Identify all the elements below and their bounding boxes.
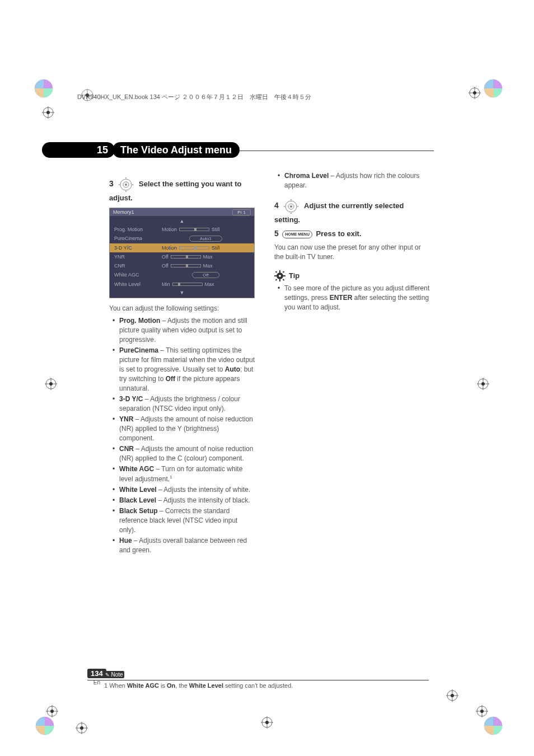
setting-item: Black Setup – Corrects the standard refe… — [119, 506, 256, 535]
registration-mark-icon — [76, 722, 88, 734]
setting-name: Black Setup — [119, 507, 158, 515]
step-4: 4 Adjust the currently selected setting. — [274, 198, 431, 225]
registration-mark-icon — [45, 378, 57, 390]
tip-label: Tip — [289, 271, 299, 280]
note-rule — [87, 680, 429, 680]
svg-point-46 — [125, 184, 127, 186]
osd-row-control: Off — [162, 272, 250, 278]
osd-row-label: White Level — [114, 281, 162, 287]
setting-item: CNR – Adjusts the amount of noise reduct… — [119, 444, 256, 463]
step-number: 5 — [274, 229, 279, 238]
svg-rect-52 — [279, 279, 280, 281]
setting-name: CNR — [119, 445, 134, 453]
osd-row: CNROffMax — [110, 261, 254, 270]
osd-row-label: PureCinema — [114, 236, 162, 242]
osd-row: White AGCOff — [110, 270, 254, 280]
setting-item: White Level – Adjusts the intensity of w… — [119, 485, 256, 495]
section-rule — [240, 151, 434, 151]
svg-rect-56 — [283, 271, 285, 273]
step-number: 3 — [109, 179, 114, 188]
osd-slider-left: Motion — [162, 245, 177, 251]
setting-item: YNR – Adjusts the amount of noise reduct… — [119, 415, 256, 443]
osd-slider-left: Off — [162, 254, 168, 260]
setting-name: 3-D Y/C — [119, 395, 143, 403]
setting-item: 3-D Y/C – Adjusts the brightness / colou… — [119, 395, 256, 414]
setting-name: PureCinema — [119, 346, 158, 354]
osd-row: 3-D Y/CMotionStill — [110, 243, 254, 252]
note-bold-2: On — [167, 682, 175, 689]
note-text-a: 1 When — [104, 682, 127, 689]
svg-rect-55 — [275, 271, 278, 273]
setting-name: Chroma Level — [284, 172, 329, 180]
osd-slider-right: Max — [203, 254, 213, 260]
osd-row-label: Prog. Motion — [114, 227, 162, 232]
osd-row-control: MotionStill — [162, 245, 250, 251]
osd-row: Prog. MotionMotionStill — [110, 225, 254, 234]
setting-name: Black Level — [119, 496, 156, 504]
svg-point-43 — [451, 694, 454, 697]
osd-row-control: OffMax — [162, 263, 250, 269]
svg-point-15 — [473, 91, 476, 95]
setting-desc: – Adjusts the intensity of black. — [156, 496, 250, 504]
setting-item: Hue – Adjusts overall balance between re… — [119, 536, 256, 555]
setting-name: White Level — [119, 486, 157, 494]
svg-rect-58 — [283, 279, 285, 281]
footnote-ref: 1 — [170, 475, 172, 480]
osd-row-label: White AGC — [114, 272, 162, 278]
setting-desc: – Adjusts the amount of noise reduction … — [119, 415, 253, 442]
osd-row-label: CNR — [114, 263, 162, 269]
note-bold-3: White Level — [189, 682, 223, 689]
osd-slider-knob — [194, 228, 196, 231]
setting-name: Hue — [119, 537, 132, 544]
osd-slider-knob — [194, 246, 196, 250]
osd-row-control: OffMax — [162, 254, 250, 260]
registration-color-disc — [483, 78, 503, 98]
note-box: Note 1 When White AGC is On, the White L… — [87, 669, 429, 689]
osd-row: White LevelMinMax — [110, 280, 254, 289]
svg-point-39 — [80, 726, 83, 730]
svg-point-35 — [265, 721, 269, 724]
down-arrow-icon: ▼ — [110, 289, 254, 297]
osd-slider-knob — [186, 255, 188, 259]
note-text-c: , the — [175, 682, 189, 689]
osd-panel: Memory1 Pr 1 ▲ Prog. MotionMotionStillPu… — [109, 208, 255, 298]
setting-item: White AGC – Turn on for automatic white … — [119, 464, 256, 484]
osd-slider-bar — [172, 283, 203, 286]
registration-mark-icon — [476, 705, 488, 717]
osd-row: YNROffMax — [110, 252, 254, 261]
up-arrow-icon: ▲ — [110, 217, 254, 225]
osd-slider-bar — [179, 246, 209, 250]
step-3: 3 Select the setting you want to adjust. — [109, 176, 256, 203]
setting-name: Prog. Motion — [119, 317, 160, 325]
svg-rect-53 — [274, 275, 277, 276]
osd-slider-left: Min — [162, 281, 170, 287]
svg-point-49 — [290, 205, 292, 208]
section-number: 15 — [97, 144, 108, 156]
osd-row-label: YNR — [114, 254, 162, 260]
step-5-body: You can now use the preset for any other… — [274, 243, 431, 262]
osd-pill-value: Auto1 — [189, 236, 222, 242]
osd-title-text: Memory1 — [113, 209, 134, 215]
note-text-d: setting can't be adjusted. — [223, 682, 293, 689]
section-header: 15 The Video Adjust menu — [42, 142, 434, 158]
smart-jog-icon — [283, 198, 299, 215]
osd-slider-knob — [178, 283, 180, 286]
svg-point-27 — [50, 710, 54, 713]
registration-color-disc — [34, 78, 54, 98]
tip-header: Tip — [274, 270, 431, 281]
home-menu-button-icon: HOME MENU — [282, 231, 312, 238]
osd-slider-knob — [186, 264, 188, 267]
registration-mark-icon — [42, 106, 54, 119]
header-filename-line: DVR940HX_UK_EN.book 134 ページ ２００６年７月１２日 水… — [77, 93, 311, 101]
step-number: 4 — [274, 201, 279, 210]
osd-row: PureCinemaAuto1 — [110, 234, 254, 243]
tip-text: To see more of the picture as you adjust… — [284, 284, 431, 312]
step-5: 5 HOME MENU Press to exit. — [274, 228, 431, 240]
setting-item: Prog. Motion – Adjusts the motion and st… — [119, 316, 256, 345]
registration-color-disc — [483, 716, 503, 736]
registration-color-disc — [35, 716, 55, 736]
osd-slider-right: Max — [205, 281, 214, 287]
note-text-b: is — [159, 682, 167, 689]
svg-point-19 — [49, 382, 53, 386]
setting-chroma-level: Chroma Level – Adjusts how rich the colo… — [284, 171, 431, 190]
